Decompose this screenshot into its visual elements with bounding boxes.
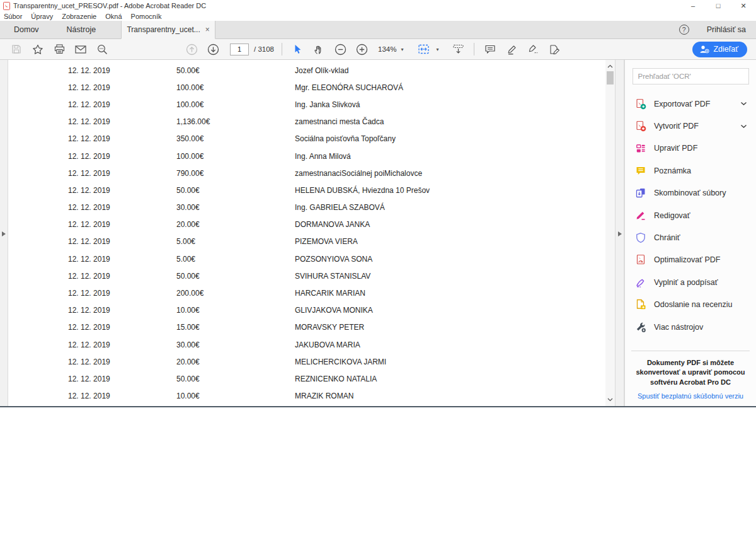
vertical-scrollbar[interactable]	[605, 60, 615, 406]
tab-close-icon[interactable]: ×	[205, 25, 210, 34]
tool-label: Skombinovať súbory	[654, 189, 726, 197]
redact-icon	[634, 210, 646, 221]
chevron-down-icon[interactable]	[740, 124, 747, 129]
fit-caret-down-icon[interactable]: ▾	[436, 47, 438, 52]
menu-zobrazenie[interactable]: Zobrazenie	[62, 13, 96, 20]
tool-label: Redigovať	[654, 211, 690, 220]
zoom-out-icon[interactable]	[331, 41, 350, 57]
fit-width-icon[interactable]	[415, 41, 433, 57]
sidebar-tool-optimize-pdf[interactable]: Optimalizovať PDF	[625, 249, 756, 271]
tab-document[interactable]: Transparentny_ucet... ×	[121, 21, 215, 39]
tab-tools[interactable]: Nástroje	[53, 20, 110, 38]
save-icon[interactable]	[7, 41, 26, 57]
table-row: 12. 12. 2019 5.00€ POZSONYIOVA SONA	[8, 250, 605, 267]
cell-name: Sociálna poisťovňa Topoľčany	[295, 134, 605, 143]
promo-text: Dokumenty PDF si môžete skonvertovať a u…	[633, 358, 748, 387]
cell-amount: 50.00€	[176, 186, 295, 195]
table-row: 12. 12. 2019 1,136.00€ zamestnanci mesta…	[8, 113, 605, 131]
cell-amount: 100.00€	[176, 152, 295, 161]
cell-name: JAKUBOVA MARIA	[295, 340, 605, 349]
tab-bar: Domov Nástroje Transparentny_ucet... × ?…	[0, 21, 756, 39]
maximize-button[interactable]: □	[706, 0, 731, 11]
minimize-button[interactable]: –	[680, 0, 706, 11]
cell-date: 12. 12. 2019	[68, 83, 176, 92]
sidebar-tool-edit-pdf[interactable]: Upraviť PDF	[625, 137, 756, 160]
menu-upravy[interactable]: Úpravy	[31, 13, 53, 20]
table-row: 12. 12. 2019 5.00€ PIZEMOVA VIERA	[8, 233, 605, 250]
cell-name: REZNICENKO NATALIA	[295, 375, 605, 383]
cell-amount: 50.00€	[176, 272, 295, 281]
scroll-up-icon[interactable]	[607, 62, 613, 71]
cell-date: 12. 12. 2019	[68, 340, 176, 349]
menu-subor[interactable]: Súbor	[4, 13, 22, 20]
sidebar-tool-more-tools[interactable]: Viac nástrojov	[625, 316, 756, 338]
sign-in-button[interactable]: Prihlásiť sa	[707, 25, 746, 34]
share-button[interactable]: Zdieľať	[692, 42, 747, 57]
select-tool-icon[interactable]	[289, 41, 307, 57]
zoom-in-icon[interactable]	[353, 41, 372, 57]
start-trial-link[interactable]: Spustiť bezplatnú skúšobnú verziu	[633, 392, 748, 400]
cell-name: zamestnanaciSociálnej poiMichalovce	[295, 169, 605, 178]
table-row: 12. 12. 2019 50.00€ Jozef Olík-vklad	[8, 62, 605, 79]
sidebar-tool-protect[interactable]: Chrániť	[625, 226, 756, 248]
cell-date: 12. 12. 2019	[68, 203, 176, 212]
sidebar-tool-send-review[interactable]: Odoslanie na recenziu	[625, 294, 756, 316]
signature-icon[interactable]	[524, 41, 542, 57]
previous-page-icon[interactable]	[182, 41, 201, 57]
cell-name: Ing. Janka Slivková	[295, 100, 605, 109]
page-number-input[interactable]	[230, 44, 249, 55]
highlight-icon[interactable]	[502, 41, 521, 57]
table-row: 12. 12. 2019 50.00€ REZNICENKO NATALIA	[8, 370, 605, 387]
toolbar-file-group	[7, 41, 112, 57]
table-row: 12. 12. 2019 50.00€ HELENA DUBSKÁ, Hviez…	[8, 182, 605, 199]
sidebar-tool-redact[interactable]: Redigovať	[625, 204, 756, 226]
help-icon[interactable]: ?	[679, 25, 689, 35]
page-scrolling-icon[interactable]	[449, 41, 467, 57]
scroll-down-icon[interactable]	[607, 395, 613, 404]
collapse-tools-pane-icon[interactable]	[618, 231, 622, 236]
sidebar-tool-export-pdf[interactable]: Exportovať PDF	[625, 93, 756, 115]
content-area: 12. 12. 2019 50.00€ Jozef Olík-vklad 12.…	[0, 60, 756, 406]
tools-pane-strip[interactable]	[615, 60, 624, 406]
tab-home-label: Domov	[14, 25, 39, 34]
navigation-pane-strip[interactable]	[0, 60, 8, 406]
cell-date: 12. 12. 2019	[68, 306, 176, 315]
menu-pomocnik[interactable]: Pomocník	[131, 13, 162, 20]
window-bottom-edge	[0, 406, 756, 407]
sidebar-tool-fill-sign[interactable]: Vyplniť a podpísať	[625, 271, 756, 293]
expand-nav-pane-icon[interactable]	[2, 231, 6, 236]
sidebar-tool-create-pdf[interactable]: Vytvoriť PDF	[625, 115, 756, 137]
tab-home[interactable]: Domov	[0, 20, 53, 38]
cell-date: 12. 12. 2019	[68, 134, 176, 143]
sidebar-tool-comment[interactable]: Poznámka	[625, 160, 756, 182]
tool-label: Optimalizovať PDF	[654, 255, 720, 264]
search-icon[interactable]	[93, 41, 112, 57]
cell-date: 12. 12. 2019	[68, 255, 176, 264]
tab-tools-label: Nástroje	[67, 25, 96, 34]
hand-tool-icon[interactable]	[310, 41, 329, 57]
fill-sign-icon[interactable]	[545, 41, 564, 57]
next-page-icon[interactable]	[203, 41, 222, 57]
zoom-level-value[interactable]: 134%	[378, 45, 396, 53]
menu-okna[interactable]: Okná	[105, 13, 122, 20]
comment-icon[interactable]	[481, 41, 500, 57]
star-icon[interactable]	[28, 41, 47, 57]
scrollbar-thumb[interactable]	[607, 71, 614, 84]
tab-bar-right: ? Prihlásiť sa	[679, 20, 756, 38]
search-tools-input[interactable]	[633, 68, 749, 84]
email-icon[interactable]	[71, 41, 90, 57]
sidebar-tool-combine-files[interactable]: Skombinovať súbory	[625, 182, 756, 204]
close-button[interactable]: ✕	[731, 0, 756, 11]
toolbar-separator	[282, 43, 282, 55]
chevron-down-icon[interactable]	[740, 102, 747, 106]
cell-date: 12. 12. 2019	[68, 237, 176, 246]
optimize-pdf-icon	[634, 254, 646, 265]
table-row: 12. 12. 2019 100.00€ Ing. Anna Milová	[8, 148, 605, 165]
cell-amount: 100.00€	[176, 83, 295, 92]
table-row: 12. 12. 2019 100.00€ Mgr. ELEONÓRA SUCHA…	[8, 79, 605, 96]
cell-amount: 50.00€	[176, 375, 295, 383]
zoom-caret-down-icon[interactable]: ▾	[401, 47, 403, 52]
print-icon[interactable]	[50, 41, 69, 57]
pdf-file-icon	[3, 2, 10, 10]
cell-date: 12. 12. 2019	[68, 186, 176, 195]
